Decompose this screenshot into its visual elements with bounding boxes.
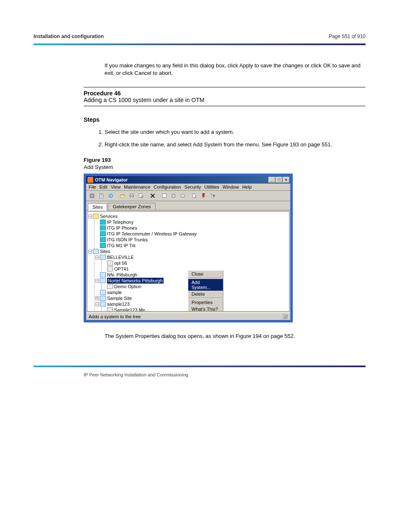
menu-security[interactable]: Security xyxy=(184,184,201,189)
page-section-title: Installation and configuration xyxy=(33,33,104,39)
properties-icon[interactable] xyxy=(190,192,199,200)
tree-site[interactable]: Sample Site xyxy=(107,295,132,301)
tree-view[interactable]: −Services IP Telephony ITG IP Phones ITG… xyxy=(87,211,289,312)
svg-rect-12 xyxy=(193,194,195,198)
tab-sites[interactable]: Sites xyxy=(88,203,107,210)
print-icon[interactable] xyxy=(127,192,136,200)
close-button[interactable]: × xyxy=(283,177,289,183)
minimize-button[interactable]: _ xyxy=(269,177,275,183)
tab-row: Sites Gatekeeper Zones xyxy=(86,201,290,210)
service-icon xyxy=(100,231,106,236)
toolbar: ? xyxy=(86,191,290,201)
collapse-icon[interactable]: − xyxy=(95,279,99,283)
page-number: Page 551 of 910 xyxy=(329,33,366,39)
open-icon[interactable] xyxy=(118,192,127,200)
status-bar: Adds a system to the tree xyxy=(86,312,290,320)
menu-view[interactable]: View xyxy=(111,184,121,189)
menu-utilities[interactable]: Utilities xyxy=(205,184,219,189)
system-icon xyxy=(107,307,113,312)
header-rule xyxy=(33,43,366,45)
folder-icon xyxy=(93,214,99,219)
tab-gatekeeper-zones[interactable]: Gatekeeper Zones xyxy=(108,203,155,210)
site-icon xyxy=(100,255,106,260)
menu-separator xyxy=(189,278,222,279)
tree-service[interactable]: ITG ISDN IP Trunks xyxy=(107,237,148,243)
preview-icon[interactable] xyxy=(136,192,146,200)
maximize-button[interactable]: □ xyxy=(276,177,282,183)
figure-title: Add System xyxy=(84,164,366,170)
context-add-system[interactable]: Add System... xyxy=(188,279,223,291)
toolbar-btn[interactable] xyxy=(169,192,178,200)
svg-text:?: ? xyxy=(212,194,215,199)
paragraph: If you make changes to any field in this… xyxy=(105,62,366,77)
expand-icon[interactable]: + xyxy=(95,297,99,300)
status-text: Adds a system to the tree xyxy=(89,314,141,319)
site-icon xyxy=(100,302,106,307)
toolbar-btn[interactable] xyxy=(88,192,97,200)
tree-service[interactable]: ITG M1 IP Trk xyxy=(107,243,136,248)
site-icon xyxy=(100,296,106,301)
tree-site[interactable]: NN- Pittsburgh xyxy=(107,272,137,278)
context-menu: Close Add System... Delete Properties Wh… xyxy=(188,270,223,312)
collapse-icon[interactable]: − xyxy=(88,250,92,253)
menu-window[interactable]: Window xyxy=(223,184,239,189)
tree-site[interactable]: sample123 xyxy=(107,301,130,307)
context-properties[interactable]: Properties xyxy=(188,299,223,306)
sites-icon xyxy=(93,249,99,254)
collapse-icon[interactable]: − xyxy=(95,256,99,259)
collapse-icon[interactable]: − xyxy=(95,302,99,306)
tree-service[interactable]: ITG IP Telecommuter / Wireless IP Gatewa… xyxy=(107,231,197,237)
tree-sites[interactable]: Sites xyxy=(100,248,110,254)
footer-text: IP Peer Networking Installation and Comm… xyxy=(84,372,366,377)
tree-site-selected[interactable]: Nortel Networks Pittsburgh xyxy=(107,278,164,284)
otm-navigator-window: OTM Navigator _ □ × File Edit View Maint… xyxy=(86,176,290,320)
svg-rect-10 xyxy=(172,194,175,197)
procedure-number: Procedure 46 xyxy=(84,90,121,97)
menu-configuration[interactable]: Configuration xyxy=(153,184,181,189)
tree-service[interactable]: IP Telephony xyxy=(107,219,133,225)
menu-help[interactable]: Help xyxy=(242,184,252,189)
tree-system[interactable]: OPT41 xyxy=(114,266,129,272)
resize-grip-icon[interactable] xyxy=(283,314,288,319)
menu-edit[interactable]: Edit xyxy=(100,184,107,189)
screenshot-frame: OTM Navigator _ □ × File Edit View Maint… xyxy=(84,174,293,322)
step-item: Right-click the site name, and select Ad… xyxy=(105,141,366,149)
tree-site[interactable]: sample xyxy=(107,289,122,295)
site-icon xyxy=(100,290,106,295)
app-icon xyxy=(87,177,93,183)
svg-rect-5 xyxy=(130,195,134,197)
window-title: OTM Navigator xyxy=(95,177,128,182)
system-icon xyxy=(107,284,113,289)
steps-heading: Steps xyxy=(84,116,366,123)
window-titlebar[interactable]: OTM Navigator _ □ × xyxy=(86,176,290,184)
system-icon xyxy=(107,266,113,271)
tree-services[interactable]: Services xyxy=(100,213,118,219)
menu-maintenance[interactable]: Maintenance xyxy=(124,184,150,189)
toolbar-btn[interactable] xyxy=(97,192,106,200)
context-close[interactable]: Close xyxy=(188,271,223,277)
context-delete[interactable]: Delete xyxy=(188,291,223,297)
toolbar-btn[interactable] xyxy=(160,192,169,200)
system-icon xyxy=(107,261,113,266)
svg-rect-6 xyxy=(130,194,133,195)
svg-point-11 xyxy=(181,194,185,198)
figure-number: Figure 193 xyxy=(84,157,366,163)
toolbar-btn[interactable] xyxy=(106,192,115,200)
tree-system[interactable]: Sample123 Me... xyxy=(114,307,149,312)
procedure-title: Adding a CS 1000 system under a site in … xyxy=(84,97,205,103)
svg-rect-7 xyxy=(139,194,142,198)
tree-site[interactable]: BELLEVILLE xyxy=(107,254,134,260)
menu-separator xyxy=(189,298,222,299)
tree-system[interactable]: Demo Option xyxy=(114,284,141,289)
step-item: Select the site under which you want to … xyxy=(105,128,366,136)
context-whats-this[interactable]: What's This? xyxy=(188,306,223,312)
help-icon[interactable]: ? xyxy=(208,192,217,200)
tree-system[interactable]: opt 56 xyxy=(114,260,127,266)
toolbar-btn[interactable] xyxy=(199,192,208,200)
tree-service[interactable]: ITG IP Phones xyxy=(107,225,137,231)
service-icon xyxy=(100,237,106,242)
menu-file[interactable]: File xyxy=(89,184,96,189)
collapse-icon[interactable]: − xyxy=(88,215,92,218)
toolbar-btn[interactable] xyxy=(178,192,187,200)
delete-icon[interactable] xyxy=(148,192,157,200)
